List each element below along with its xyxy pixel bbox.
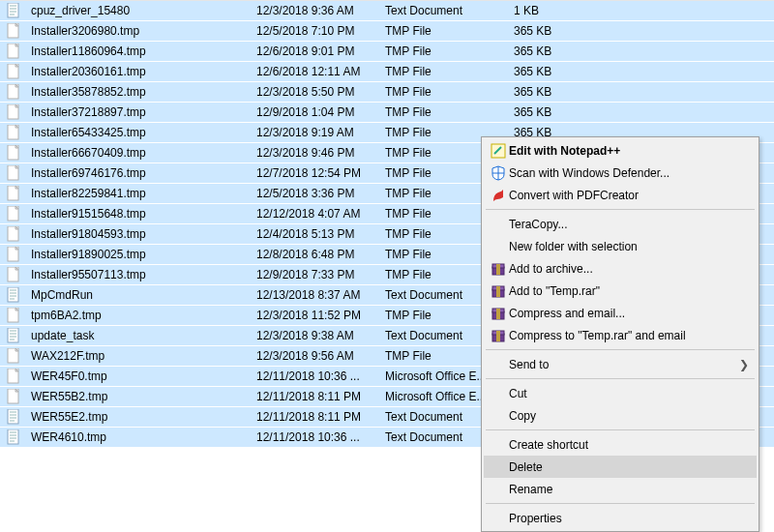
file-icon [0,186,27,201]
file-date: 12/3/2018 9:38 AM [253,329,381,342]
menu-item[interactable]: Convert with PDFCreator [484,184,757,206]
file-icon [0,409,27,425]
file-date: 12/11/2018 8:11 PM [253,410,381,424]
menu-item-label: Send to [509,358,737,371]
file-name: WER55B2.tmp [27,390,253,403]
winrar-icon [488,283,509,299]
defender-icon [488,165,509,181]
file-icon [0,267,27,282]
file-row[interactable]: Installer35878852.tmp12/3/2018 5:50 PMTM… [0,82,774,103]
svg-rect-0 [8,3,18,17]
menu-item-label: Edit with Notepad++ [509,144,749,158]
file-date: 12/8/2018 6:48 PM [253,248,381,261]
menu-item[interactable]: New folder with selection [484,235,757,257]
winrar-icon [488,306,509,321]
menu-item-label: TeraCopy... [509,218,749,231]
file-icon [0,389,27,404]
file-type: TMP File [381,105,510,119]
file-date: 12/3/2018 11:52 PM [253,309,381,322]
file-type: TMP File [381,85,510,99]
svg-rect-38 [8,328,18,342]
file-date: 12/11/2018 10:36 ... [253,369,381,383]
file-date: 12/3/2018 9:19 AM [253,126,381,139]
file-date: 12/11/2018 8:11 PM [253,390,381,403]
menu-separator [486,378,755,379]
file-date: 12/5/2018 7:10 PM [253,24,381,38]
menu-item-label: Compress to "Temp.rar" and email [509,329,749,342]
svg-rect-31 [8,287,18,302]
file-type: TMP File [381,24,510,38]
menu-item[interactable]: Create shortcut [484,433,757,456]
file-name: Installer91804593.tmp [27,227,253,241]
menu-item[interactable]: Edit with Notepad++ [484,139,757,162]
file-date: 12/9/2018 7:33 PM [253,268,381,281]
file-row[interactable]: Installer11860964.tmp12/6/2018 9:01 PMTM… [0,42,774,62]
menu-separator [486,503,755,504]
menu-item-label: Convert with PDFCreator [509,189,749,202]
file-name: Installer35878852.tmp [27,85,253,99]
file-icon [0,348,27,364]
menu-item[interactable]: Scan with Windows Defender... [484,162,757,184]
file-date: 12/6/2018 12:11 AM [253,65,381,78]
menu-item[interactable]: Rename [484,478,757,500]
winrar-icon [488,261,509,277]
file-icon [0,104,27,120]
file-icon [0,287,27,303]
file-date: 12/5/2018 3:36 PM [253,187,381,200]
file-icon [0,125,27,140]
menu-item-label: Add to "Temp.rar" [509,284,749,298]
file-icon [0,23,27,39]
file-icon [0,206,27,222]
file-date: 12/7/2018 12:54 PM [253,166,381,180]
svg-rect-64 [496,264,500,275]
menu-item[interactable]: Cut [484,382,757,404]
file-icon [0,328,27,343]
file-name: WER55E2.tmp [27,410,253,424]
svg-rect-73 [496,331,500,341]
menu-item[interactable]: Send to❯ [484,353,757,375]
winrar-icon [488,328,509,343]
file-icon [0,226,27,242]
menu-item[interactable]: Compress and email... [484,302,757,324]
menu-item-label: Add to archive... [509,262,749,276]
file-name: Installer65433425.tmp [27,126,253,139]
svg-rect-67 [496,286,500,297]
file-type: TMP File [381,65,510,78]
file-size: 365 KB [510,85,653,99]
file-size: 365 KB [510,105,653,119]
file-name: cpuz_driver_15480 [27,4,253,17]
file-size: 365 KB [510,24,653,38]
file-icon [0,429,27,445]
file-row[interactable]: Installer20360161.tmp12/6/2018 12:11 AMT… [0,62,774,82]
submenu-arrow-icon: ❯ [737,358,749,371]
file-row[interactable]: Installer3206980.tmp12/5/2018 7:10 PMTMP… [0,21,774,42]
svg-rect-49 [8,409,18,424]
file-date: 12/6/2018 9:01 PM [253,44,381,58]
file-icon [0,247,27,262]
menu-item[interactable]: Add to archive... [484,257,757,280]
menu-item-label: Cut [509,387,749,400]
menu-item[interactable]: TeraCopy... [484,213,757,235]
file-icon [0,64,27,79]
file-name: Installer69746176.tmp [27,166,253,180]
file-row[interactable]: Installer37218897.tmp12/9/2018 1:04 PMTM… [0,103,774,123]
file-date: 12/3/2018 9:46 PM [253,146,381,160]
file-name: Installer37218897.tmp [27,105,253,119]
file-date: 12/12/2018 4:07 AM [253,207,381,221]
menu-item[interactable]: Add to "Temp.rar" [484,280,757,302]
file-date: 12/3/2018 9:56 AM [253,349,381,363]
file-date: 12/4/2018 5:13 PM [253,227,381,241]
menu-item[interactable]: Copy [484,404,757,427]
svg-rect-54 [8,429,18,444]
file-icon [0,145,27,161]
menu-item[interactable]: Compress to "Temp.rar" and email [484,324,757,346]
menu-item-label: Properties [509,512,749,525]
menu-item[interactable]: Delete [484,456,757,478]
menu-item-label: Create shortcut [509,438,749,452]
menu-item[interactable]: Properties [484,507,757,529]
file-icon [0,3,27,18]
file-row[interactable]: cpuz_driver_1548012/3/2018 9:36 AMText D… [0,1,774,21]
file-name: Installer91515648.tmp [27,207,253,221]
file-name: WER4610.tmp [27,430,253,444]
file-size: 1 KB [510,4,653,17]
